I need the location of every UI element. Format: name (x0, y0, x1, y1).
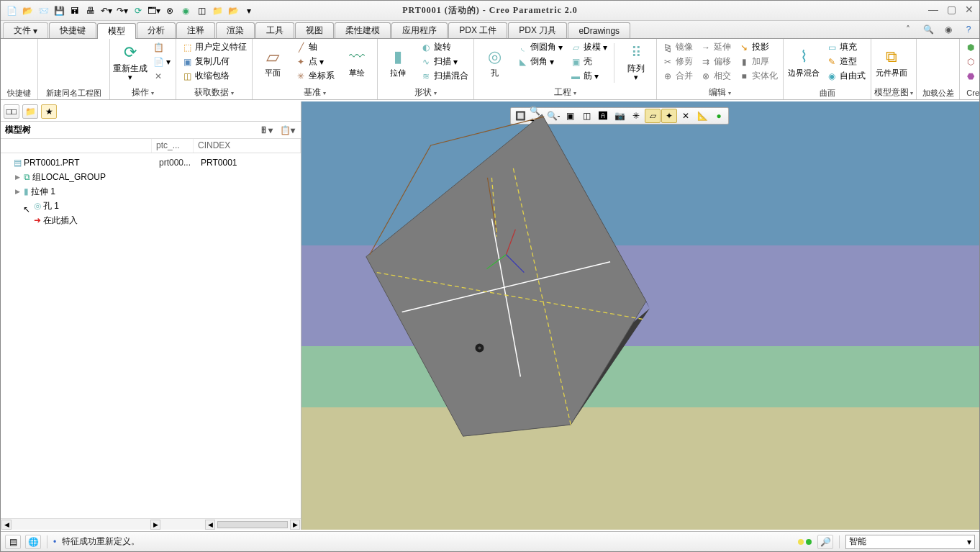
repaint-icon[interactable]: ▣ (562, 109, 578, 123)
point-button[interactable]: ✦点▾ (293, 55, 337, 68)
windows-icon[interactable]: 🗔▾ (148, 4, 160, 17)
help-icon[interactable]: ? (962, 23, 975, 36)
col-ptc[interactable]: ptc_... (152, 139, 194, 153)
rib-button[interactable]: ▬筋▾ (568, 69, 609, 83)
csys-button[interactable]: ✳坐标系 (293, 69, 337, 83)
close-win-icon[interactable]: ⊗ (163, 4, 176, 17)
shell-button[interactable]: ▣壳 (568, 55, 609, 68)
udf-button[interactable]: ⬚用户定义特征 (179, 40, 249, 54)
point-disp-icon[interactable]: ✦ (661, 109, 677, 123)
tab-pdx2[interactable]: PDX 刀具 (508, 22, 567, 38)
csys-disp-icon[interactable]: ✕ (678, 109, 694, 123)
undo-icon[interactable]: ↶▾ (100, 4, 113, 17)
paste-button[interactable]: 📄▾ (150, 55, 173, 68)
disp-style-icon[interactable]: ◫ (579, 109, 594, 123)
plugin-b[interactable]: ⬡ (963, 55, 979, 68)
folder2-icon[interactable]: 📂 (227, 4, 240, 17)
graphics-area[interactable]: 🔲 🔍+ 🔍- ▣ ◫ 🅰 📷 ✳ ▱ ✦ ✕ 📐 ● (301, 101, 979, 530)
folder-icon[interactable]: 📁 (211, 4, 224, 17)
saveas-icon[interactable]: 🖬 (68, 4, 81, 17)
tab-apps[interactable]: 应用程序 (391, 22, 448, 38)
find-icon[interactable]: 🔎 (817, 535, 833, 549)
nav-tree-icon[interactable]: ▤ (5, 535, 21, 549)
regen-button[interactable]: ⟳ 重新生成▾ (113, 40, 148, 83)
plane-button[interactable]: ▱平面 (255, 40, 290, 83)
tree-tab-2[interactable]: 📁 (22, 104, 38, 119)
freestyle-button[interactable]: ◉自由式 (824, 69, 868, 83)
plugin-c[interactable]: ⬣ (963, 69, 979, 83)
tab-shortcut[interactable]: 快捷键 (49, 22, 96, 38)
round-button[interactable]: ◟倒圆角▾ (514, 40, 565, 54)
sweep-button[interactable]: ∿扫描▾ (418, 55, 471, 68)
col-cindex[interactable]: CINDEX (194, 139, 301, 153)
minimize-icon[interactable]: — (928, 4, 938, 15)
tree-row[interactable]: ◎孔 1↖ (2, 199, 299, 213)
tab-analysis[interactable]: 分析 (137, 22, 176, 38)
tree-row[interactable]: ▶▮拉伸 1 (2, 184, 299, 199)
pattern-button[interactable]: ⠿阵列▾ (619, 40, 653, 83)
sketch-button[interactable]: 〰草绘 (340, 40, 374, 83)
mail-icon[interactable]: 📨 (37, 4, 50, 17)
style-button[interactable]: ✎造型 (824, 55, 868, 68)
tree-show-icon[interactable]: 📋▾ (278, 125, 296, 136)
browser-icon[interactable]: 🌐 (25, 535, 41, 549)
tree-body[interactable]: ▤PRT0001.PRTprt000...PRT0001 ▶⧉组LOCAL_GR… (1, 153, 301, 518)
fill-button[interactable]: ▭填充 (824, 40, 868, 54)
tab-render[interactable]: 渲染 (216, 22, 255, 38)
scroll-left-icon[interactable]: ◀ (1, 520, 12, 530)
scroll-right-icon[interactable]: ▶ (150, 520, 160, 530)
shrinkwrap-button[interactable]: ◫收缩包络 (179, 69, 249, 83)
tab-file[interactable]: 文件 ▾ (3, 22, 48, 38)
hole-button[interactable]: ◎孔 (477, 40, 512, 83)
tab-flex[interactable]: 柔性建模 (335, 22, 391, 38)
extrude-button[interactable]: ▮拉伸 (381, 40, 415, 83)
copy-button[interactable]: 📋 (150, 40, 173, 54)
new-icon[interactable]: 📄 (5, 4, 18, 17)
tab-tools[interactable]: 工具 (255, 22, 294, 38)
collapse-ribbon-icon[interactable]: ˄ (902, 23, 915, 36)
maximize-icon[interactable]: ▢ (947, 4, 956, 15)
saved-view-icon[interactable]: 🅰 (595, 109, 611, 123)
tab-annotate[interactable]: 注释 (176, 22, 215, 38)
spin-center-icon[interactable]: ● (711, 109, 727, 123)
save-icon[interactable]: 💾 (53, 4, 65, 17)
close-icon[interactable]: ✕ (965, 4, 974, 15)
tree-row[interactable]: ▶⧉组LOCAL_GROUP (2, 170, 299, 184)
fit-icon[interactable]: ◫ (195, 4, 208, 17)
col-name[interactable] (1, 139, 152, 153)
project-button[interactable]: ↘投影 (736, 40, 780, 54)
open-icon[interactable]: 📂 (21, 4, 34, 17)
options-icon[interactable]: ◉ (942, 23, 955, 36)
tab-pdx1[interactable]: PDX 工件 (448, 22, 507, 38)
qat-more-icon[interactable]: ▾ (242, 4, 255, 17)
tree-hscroll[interactable]: ◀ ▶ ◀ ▶ (1, 518, 301, 530)
annot-disp-icon[interactable]: 📐 (694, 109, 710, 123)
revolve-button[interactable]: ◐旋转 (418, 40, 471, 54)
redo-icon[interactable]: ↷▾ (116, 4, 129, 17)
blend-button[interactable]: ≋扫描混合 (418, 69, 471, 83)
plane-disp-icon[interactable]: ▱ (645, 109, 661, 123)
tree-row[interactable]: ▤PRT0001.PRTprt000...PRT0001 (2, 155, 299, 170)
view-icon[interactable]: ◉ (179, 4, 192, 17)
draft-button[interactable]: ▱拔模▾ (568, 40, 609, 54)
copygeom-button[interactable]: ▣复制几何 (179, 55, 249, 68)
chamfer-button[interactable]: ◣倒角▾ (514, 55, 565, 68)
print-icon[interactable]: 🖶 (84, 4, 97, 17)
search-icon[interactable]: 🔍 (922, 23, 935, 36)
tree-tab-3[interactable]: ★ (41, 104, 57, 119)
component-ui-button[interactable]: ⧉元件界面 (874, 40, 909, 83)
axis-button[interactable]: ╱轴 (293, 40, 337, 54)
plugin-a[interactable]: ⬢ (963, 40, 979, 54)
axis-disp-icon[interactable]: ✳ (628, 109, 644, 123)
selection-filter[interactable]: 智能▾ (845, 535, 975, 549)
zoom-in-icon[interactable]: 🔍+ (529, 109, 545, 123)
tab-model[interactable]: 模型 (97, 23, 136, 39)
regen-icon[interactable]: ⟳ (132, 4, 145, 17)
tree-tab-1[interactable]: □□ (4, 104, 19, 119)
scroll-left2-icon[interactable]: ◀ (205, 520, 215, 530)
boundary-button[interactable]: ⌇边界混合 (786, 40, 821, 83)
tab-view[interactable]: 视图 (295, 22, 334, 38)
capture-icon[interactable]: 📷 (612, 109, 627, 123)
tab-edraw[interactable]: eDrawings (568, 22, 630, 38)
zoom-out-icon[interactable]: 🔍- (545, 109, 561, 123)
